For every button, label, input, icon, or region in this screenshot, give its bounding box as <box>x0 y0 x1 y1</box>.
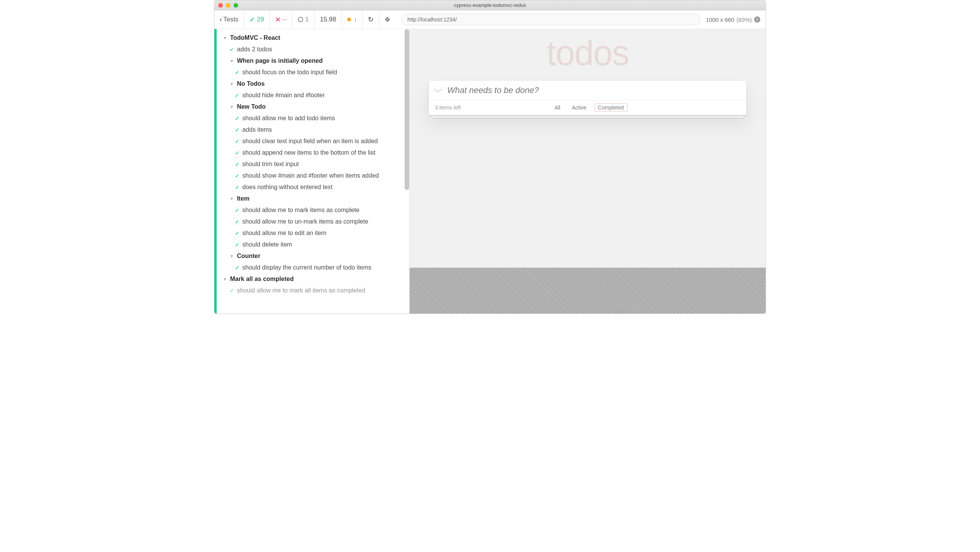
todo-footer: 3 items left All Active Completed <box>429 100 746 115</box>
suite-row[interactable]: ▼ Mark all as completed <box>214 273 409 285</box>
filter-completed[interactable]: Completed <box>595 103 627 112</box>
back-to-tests-button[interactable]: ‹ Tests <box>220 16 238 23</box>
reload-button[interactable]: ↻ <box>368 15 374 24</box>
minimize-window-button[interactable] <box>226 3 230 8</box>
updown-icon[interactable]: ↕ <box>354 16 357 23</box>
test-row[interactable]: ✓ adds 2 todos <box>214 44 409 55</box>
suite-row[interactable]: ▼ When page is initially opened <box>214 55 409 67</box>
test-title: should hide #main and #footer <box>242 92 325 99</box>
test-row[interactable]: ✓should allow me to un-mark items as com… <box>214 216 409 227</box>
test-title: should show #main and #footer when items… <box>242 172 379 179</box>
info-icon[interactable]: i <box>754 16 760 23</box>
preview-gutter <box>410 268 766 314</box>
test-row[interactable]: ✓adds items <box>214 124 409 136</box>
filter-all[interactable]: All <box>551 103 564 112</box>
test-row[interactable]: ✓should trim text input <box>214 158 409 170</box>
check-icon: ✓ <box>235 173 239 179</box>
pending-count-stat[interactable]: 1 <box>298 16 309 23</box>
x-icon <box>275 16 281 24</box>
check-icon: ✓ <box>235 116 239 121</box>
check-icon: ✓ <box>235 70 239 75</box>
card-shadow-decoration <box>432 116 743 118</box>
suite-row[interactable]: ▼ Item <box>214 193 409 204</box>
test-title: should display the current number of tod… <box>242 264 371 271</box>
maximize-window-button[interactable] <box>234 3 238 8</box>
caret-down-icon: ▼ <box>230 254 234 258</box>
duration-stat: 15.98 <box>320 16 336 23</box>
pass-count-stat[interactable]: 29 <box>250 16 264 24</box>
caret-down-icon: ▼ <box>223 277 227 281</box>
fail-count: -- <box>283 16 287 23</box>
check-icon: ✓ <box>235 185 239 190</box>
selector-playground-button[interactable]: ✥ <box>379 16 395 24</box>
chevron-left-icon: ‹ <box>220 16 222 23</box>
viewport-info[interactable]: 1000 x 660 (83%) i <box>706 16 766 23</box>
test-sidebar[interactable]: ▼ TodoMVC - React ✓ adds 2 todos ▼ When … <box>214 29 410 314</box>
test-title: does nothing without entered text <box>242 184 333 191</box>
app-window: cypress-example-todomvc-redux ‹ Tests 29… <box>214 0 766 314</box>
pending-count: 1 <box>305 16 309 23</box>
suite-title: TodoMVC - React <box>230 34 280 41</box>
suite-row[interactable]: ▼ No Todos <box>214 78 409 90</box>
status-dot-icon <box>347 18 351 21</box>
check-icon: ✓ <box>235 150 239 156</box>
suite-row[interactable]: ▼ Counter <box>214 250 409 262</box>
check-icon <box>250 16 255 24</box>
test-title: should allow me to mark items as complet… <box>242 207 359 214</box>
caret-down-icon: ▼ <box>230 105 234 109</box>
suite-row[interactable]: ▼ TodoMVC - React <box>214 32 409 44</box>
test-row[interactable]: ✓ should focus on the todo input field <box>214 67 409 78</box>
main-area: ▼ TodoMVC - React ✓ adds 2 todos ▼ When … <box>214 29 766 314</box>
todo-input-row: ❯ <box>429 81 746 100</box>
test-row[interactable]: ✓ should hide #main and #footer <box>214 90 409 101</box>
check-icon: ✓ <box>235 242 239 248</box>
pending-circle-icon <box>298 17 303 22</box>
test-row[interactable]: ✓should allow me to mark all items as co… <box>214 285 409 296</box>
check-icon: ✓ <box>235 93 239 98</box>
test-row[interactable]: ✓should show #main and #footer when item… <box>214 170 409 181</box>
aut-root: todos ❯ 3 items left All Active Complete… <box>429 33 746 118</box>
pass-count: 29 <box>257 16 264 23</box>
test-row[interactable]: ✓should allow me to edit an item <box>214 227 409 239</box>
test-title: should allow me to mark all items as com… <box>237 287 365 294</box>
suite-title: New Todo <box>237 103 266 110</box>
suite-title: Counter <box>237 253 260 260</box>
test-row[interactable]: ✓does nothing without entered text <box>214 181 409 193</box>
items-left-label: 3 items left <box>435 105 461 111</box>
test-title: should allow me to un-mark items as comp… <box>242 218 368 225</box>
check-icon: ✓ <box>235 219 239 225</box>
url-input[interactable] <box>401 14 700 25</box>
viewport-scale: (83%) <box>737 16 752 23</box>
test-title: should trim text input <box>242 161 299 168</box>
close-window-button[interactable] <box>218 3 223 8</box>
check-icon: ✓ <box>235 139 239 144</box>
title-bar: cypress-example-todomvc-redux <box>214 0 766 10</box>
window-title: cypress-example-todomvc-redux <box>214 2 766 8</box>
test-row[interactable]: ✓should display the current number of to… <box>214 262 409 273</box>
fail-count-stat[interactable]: -- <box>275 16 287 24</box>
new-todo-input[interactable] <box>447 85 740 95</box>
check-icon: ✓ <box>235 162 239 167</box>
filter-active[interactable]: Active <box>568 103 590 112</box>
suite-row[interactable]: ▼ New Todo <box>214 101 409 113</box>
test-title: should clear text input field when an it… <box>242 138 378 145</box>
test-title: should append new items to the bottom of… <box>242 149 376 156</box>
check-icon: ✓ <box>235 127 239 133</box>
test-title: adds items <box>242 126 272 133</box>
test-row[interactable]: ✓should allow me to add todo items <box>214 113 409 124</box>
test-tree: ▼ TodoMVC - React ✓ adds 2 todos ▼ When … <box>214 29 409 299</box>
suite-title: When page is initially opened <box>237 57 323 64</box>
suite-title: Item <box>237 195 250 202</box>
test-title: should delete item <box>242 241 292 248</box>
check-icon: ✓ <box>230 47 234 52</box>
toggle-all-icon[interactable]: ❯ <box>433 87 443 94</box>
test-row[interactable]: ✓should clear text input field when an i… <box>214 136 409 147</box>
test-row[interactable]: ✓should allow me to mark items as comple… <box>214 204 409 216</box>
test-row[interactable]: ✓should delete item <box>214 239 409 250</box>
test-row[interactable]: ✓should append new items to the bottom o… <box>214 147 409 158</box>
caret-down-icon: ▼ <box>230 196 234 201</box>
aut-viewport: todos ❯ 3 items left All Active Complete… <box>410 29 766 268</box>
check-icon: ✓ <box>235 207 239 213</box>
check-icon: ✓ <box>230 288 234 294</box>
suite-title: No Todos <box>237 80 265 87</box>
